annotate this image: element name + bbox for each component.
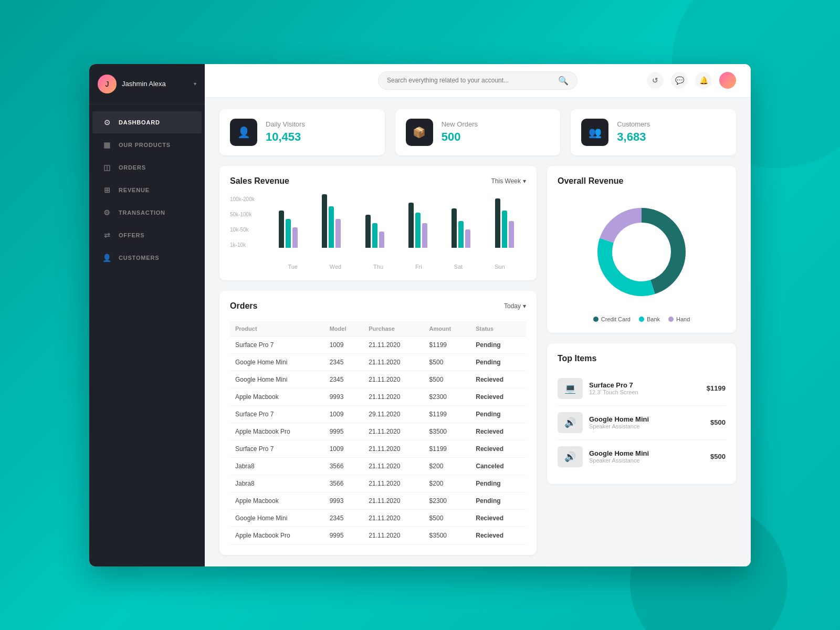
cell-product: Google Home Mini xyxy=(230,353,324,371)
cell-purchase: 21.11.2020 xyxy=(363,475,424,492)
sidebar-item-customers[interactable]: 👤 CUSTOMERS xyxy=(92,247,202,269)
cell-amount: $500 xyxy=(424,353,471,371)
sidebar: J Jashmin Alexa ▾ ⊙ DASHBOARD▦ OUR PRODU… xyxy=(89,64,205,566)
sidebar-user[interactable]: J Jashmin Alexa ▾ xyxy=(89,64,205,104)
chat-icon[interactable]: 💬 xyxy=(671,72,688,89)
search-input[interactable] xyxy=(387,77,554,84)
bar-teal xyxy=(372,223,377,248)
bar-dark xyxy=(452,208,457,248)
revenue-icon: ⊞ xyxy=(102,185,112,195)
bar-dark xyxy=(495,198,500,248)
y-label: 50k-100k xyxy=(230,212,255,217)
cell-purchase: 21.11.2020 xyxy=(363,388,424,405)
item-thumbnail: 🔊 xyxy=(558,446,583,467)
cell-product: Apple Macbook xyxy=(230,388,324,405)
x-label: Thu xyxy=(373,264,383,270)
item-name: Google Home Mini xyxy=(589,449,704,457)
cell-status: Recieved xyxy=(470,440,526,457)
cell-product: Surface Pro 7 xyxy=(230,440,324,457)
cell-product: Apple Macbook xyxy=(230,492,324,509)
sidebar-item-transaction[interactable]: ⚙ TRANSACTION xyxy=(92,202,202,224)
cell-product: Apple Macbook Pro xyxy=(230,527,324,544)
cell-amount: $1199 xyxy=(424,440,471,457)
stat-card-new-orders: 📦 New Orders 500 xyxy=(395,109,561,155)
main-content: 🔍 ↺ 💬 🔔 👤 Daily Visitors 10,453 📦 New Or… xyxy=(205,64,751,566)
table-row: Jabra8 3566 21.11.2020 $200 Pending xyxy=(230,475,526,492)
x-label: Sun xyxy=(495,264,505,270)
bar-group-Tue xyxy=(279,211,298,248)
sidebar-label-our-products: OUR PRODUCTS xyxy=(119,142,171,148)
orders-table: ProductModelPurchaseAmountStatus Surface… xyxy=(230,321,526,544)
item-price: $500 xyxy=(710,418,726,426)
chart-bars xyxy=(230,194,526,260)
item-thumbnail: 🔊 xyxy=(558,412,583,433)
table-row: Apple Macbook Pro 9995 21.11.2020 $3500 … xyxy=(230,423,526,440)
top-items-header: Top Items xyxy=(558,354,726,363)
content: 👤 Daily Visitors 10,453 📦 New Orders 500… xyxy=(205,98,751,566)
our-products-icon: ▦ xyxy=(102,140,112,150)
legend-label: Bank xyxy=(647,316,660,322)
bar-purple xyxy=(465,229,470,248)
sidebar-username: Jashmin Alexa xyxy=(122,80,188,88)
cell-purchase: 21.11.2020 xyxy=(363,527,424,544)
cell-amount: $500 xyxy=(424,371,471,388)
table-row: Surface Pro 7 1009 21.11.2020 $1199 Pend… xyxy=(230,336,526,353)
col-amount: Amount xyxy=(424,321,471,337)
cell-model: 2345 xyxy=(324,371,364,388)
stat-card-daily-visitors: 👤 Daily Visitors 10,453 xyxy=(219,109,385,155)
bar-teal xyxy=(415,213,421,248)
legend-label: Credit Card xyxy=(601,316,631,322)
cell-model: 9995 xyxy=(324,423,364,440)
overall-revenue-header: Overall Revenue xyxy=(558,176,726,186)
svg-point-3 xyxy=(618,228,665,276)
cell-purchase: 21.11.2020 xyxy=(363,423,424,440)
avatar: J xyxy=(98,75,117,93)
cell-model: 1009 xyxy=(324,336,364,353)
orders-panel-header: Orders Today ▾ xyxy=(230,301,526,311)
donut-legend: Credit Card Bank Hand xyxy=(593,316,690,322)
x-label: Tue xyxy=(288,264,298,270)
col-status: Status xyxy=(470,321,526,337)
legend-hand: Hand xyxy=(668,316,690,322)
bar-teal xyxy=(329,206,334,248)
new-orders-icon: 📦 xyxy=(406,119,433,146)
cell-model: 2345 xyxy=(324,509,364,527)
table-row: Jabra8 3566 21.11.2020 $200 Canceled xyxy=(230,457,526,475)
cell-amount: $200 xyxy=(424,457,471,475)
notification-icon[interactable]: 🔔 xyxy=(695,72,712,89)
chevron-down-icon: ▾ xyxy=(194,81,196,87)
header-icons: ↺ 💬 🔔 xyxy=(647,72,736,89)
cell-model: 1009 xyxy=(324,440,364,457)
item-subtitle: 12.3' Touch Screen xyxy=(589,389,700,395)
cell-status: Pending xyxy=(470,475,526,492)
search-bar[interactable]: 🔍 xyxy=(378,71,578,90)
customers-icon: 👥 xyxy=(581,119,608,146)
cell-amount: $1199 xyxy=(424,405,471,423)
bar-purple xyxy=(422,223,427,248)
sidebar-item-orders[interactable]: ◫ ORDERS xyxy=(92,156,202,178)
cell-product: Surface Pro 7 xyxy=(230,336,324,353)
sidebar-item-revenue[interactable]: ⊞ REVENUE xyxy=(92,179,202,201)
cell-status: Recieved xyxy=(470,371,526,388)
cell-amount: $3500 xyxy=(424,527,471,544)
col-model: Model xyxy=(324,321,364,337)
cell-purchase: 21.11.2020 xyxy=(363,353,424,371)
bar-teal xyxy=(286,219,291,248)
chart-y-labels: 100k-200k50k-100k10k-50k1k-10k xyxy=(230,194,255,250)
cell-product: Jabra8 xyxy=(230,457,324,475)
sales-filter-dropdown[interactable]: This Week ▾ xyxy=(491,177,526,185)
transaction-icon: ⚙ xyxy=(102,207,112,218)
table-row: Apple Macbook 9993 21.11.2020 $2300 Pend… xyxy=(230,492,526,509)
right-panels: Overall Revenue xyxy=(547,166,736,555)
sales-revenue-panel: Sales Revenue This Week ▾ 100k-200k50k-1… xyxy=(219,166,537,280)
history-icon[interactable]: ↺ xyxy=(647,72,664,89)
cell-status: Pending xyxy=(470,336,526,353)
sidebar-item-offers[interactable]: ⇄ OFFERS xyxy=(92,224,202,246)
sidebar-item-dashboard[interactable]: ⊙ DASHBOARD xyxy=(92,111,202,133)
sidebar-item-our-products[interactable]: ▦ OUR PRODUCTS xyxy=(92,134,202,156)
user-avatar[interactable] xyxy=(719,72,736,89)
chart-x-labels: TueWedThuFriSatSun xyxy=(230,260,526,270)
stat-card-customers: 👥 Customers 3,683 xyxy=(571,109,736,155)
orders-filter-dropdown[interactable]: Today ▾ xyxy=(504,302,526,310)
cell-purchase: 21.11.2020 xyxy=(363,509,424,527)
